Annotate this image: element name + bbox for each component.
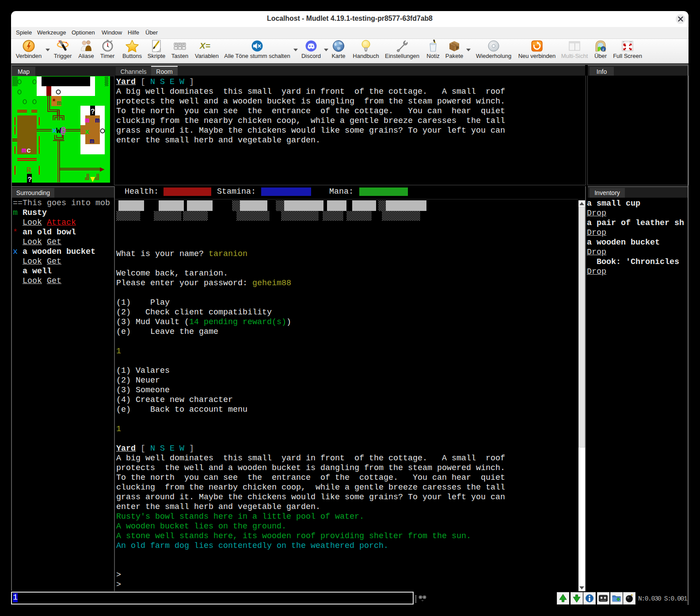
svg-text:R: R: [27, 166, 31, 175]
svg-text:m: m: [57, 99, 61, 107]
svg-text:m: m: [22, 146, 26, 155]
svg-text:m: m: [85, 116, 89, 125]
svg-text:?: ?: [28, 176, 32, 184]
svg-text:*: *: [52, 98, 56, 106]
svg-text:x: x: [85, 128, 89, 136]
svg-text:P: P: [456, 46, 459, 50]
svg-text:m: m: [90, 137, 94, 145]
svg-text:c: c: [27, 146, 31, 155]
svg-text:?: ?: [91, 108, 95, 116]
svg-text:m: m: [95, 116, 99, 125]
svg-text:@: @: [61, 126, 66, 136]
